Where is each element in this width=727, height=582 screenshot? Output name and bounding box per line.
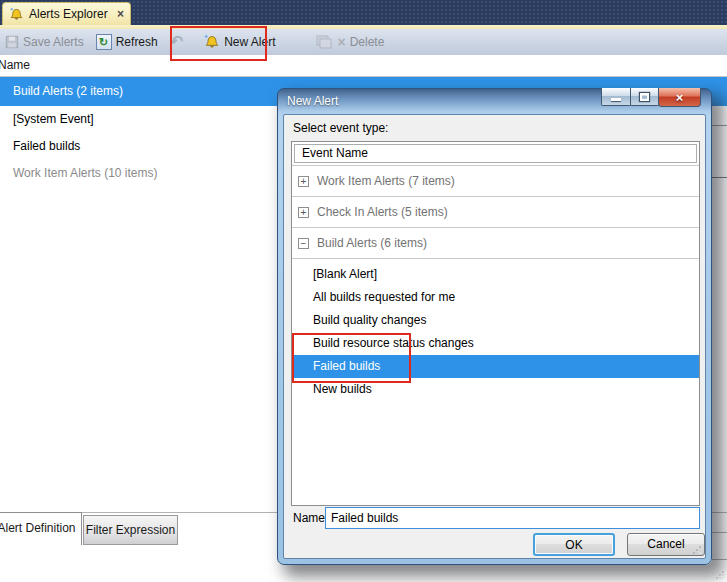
name-column-header[interactable]: Name: [0, 55, 727, 77]
background-line: [712, 177, 727, 178]
event-group-work-item-alerts[interactable]: + Work Item Alerts (7 items): [292, 166, 699, 197]
save-alerts-button[interactable]: Save Alerts: [2, 31, 87, 53]
background-line: [712, 532, 727, 533]
minimize-button[interactable]: [601, 88, 631, 106]
row-label: Build Alerts (2 items): [13, 84, 123, 98]
dialog-body: Select event type: Event Name + Work Ite…: [283, 114, 706, 559]
maximize-button[interactable]: [630, 88, 659, 106]
properties-icon: [316, 35, 332, 49]
event-group-check-in-alerts[interactable]: + Check In Alerts (5 items): [292, 197, 699, 228]
refresh-button[interactable]: ↻ Refresh: [93, 31, 161, 53]
delete-button[interactable]: × Delete: [335, 31, 388, 53]
row-label: Failed builds: [13, 139, 80, 153]
alerts-bell-icon: [9, 7, 24, 22]
refresh-label: Refresh: [116, 35, 158, 49]
delete-icon: ×: [338, 35, 346, 49]
event-group-build-alerts[interactable]: − Build Alerts (6 items): [292, 228, 699, 259]
tab-label: Alerts Explorer: [29, 7, 113, 21]
corner-grip-icon: [715, 570, 725, 580]
tab-alert-definition[interactable]: Alert Definition: [0, 512, 82, 545]
alerts-explorer-window: Alerts Explorer × Save Alerts ↻ Refresh …: [0, 0, 727, 582]
background-line: [712, 125, 727, 126]
group-label: Check In Alerts (5 items): [317, 205, 448, 219]
refresh-icon: ↻: [96, 34, 112, 50]
ok-button[interactable]: OK: [533, 533, 615, 556]
maximize-icon: [640, 93, 649, 101]
annotation-box-failed-builds: [292, 333, 411, 383]
group-label: Build Alerts (6 items): [317, 236, 427, 250]
tab-close-icon[interactable]: ×: [117, 8, 124, 20]
name-field-label: Name: [293, 507, 325, 529]
tab-alerts-explorer[interactable]: Alerts Explorer ×: [2, 2, 131, 25]
save-icon: [5, 35, 19, 49]
event-item-build-quality-changes[interactable]: Build quality changes: [292, 309, 699, 332]
expand-plus-icon[interactable]: +: [298, 207, 309, 218]
toolbar: Save Alerts ↻ Refresh ↶ New Alert: [0, 29, 727, 56]
resize-grip-icon[interactable]: [692, 545, 702, 555]
expand-plus-icon[interactable]: +: [298, 176, 309, 187]
group-label: Work Item Alerts (7 items): [317, 174, 455, 188]
event-type-list: Event Name + Work Item Alerts (7 items) …: [291, 141, 700, 506]
close-button[interactable]: ×: [658, 88, 701, 107]
event-name-column-header[interactable]: Event Name: [294, 144, 697, 163]
event-item-blank-alert[interactable]: [Blank Alert]: [292, 263, 699, 286]
event-item-all-builds-requested[interactable]: All builds requested for me: [292, 286, 699, 309]
new-alert-dialog: New Alert × Select event type: Event Nam…: [277, 88, 712, 565]
save-alerts-label: Save Alerts: [23, 35, 84, 49]
row-label: [System Event]: [13, 112, 94, 126]
dialog-caption-buttons: ×: [602, 88, 701, 107]
properties-button[interactable]: [313, 31, 335, 53]
select-event-type-label: Select event type:: [293, 121, 388, 135]
collapse-minus-icon[interactable]: −: [298, 238, 309, 249]
minimize-icon: [611, 98, 621, 101]
alert-name-input[interactable]: [325, 507, 700, 529]
dialog-title-bar[interactable]: New Alert: [287, 89, 338, 113]
background-line: [712, 559, 727, 560]
annotation-box-new-alert: [170, 26, 267, 61]
row-label: Work Item Alerts (10 items): [13, 166, 157, 180]
tab-filter-expression[interactable]: Filter Expression: [83, 515, 178, 545]
delete-label: Delete: [350, 35, 385, 49]
